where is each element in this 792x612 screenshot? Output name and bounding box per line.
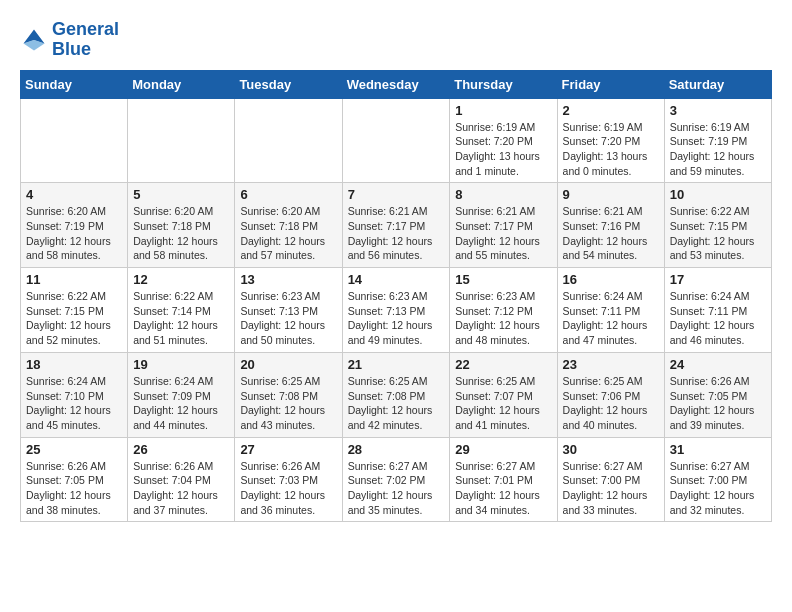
day-info: Sunrise: 6:27 AMSunset: 7:00 PMDaylight:… bbox=[670, 459, 766, 518]
calendar-cell bbox=[235, 98, 342, 183]
weekday-header-saturday: Saturday bbox=[664, 70, 771, 98]
day-number: 28 bbox=[348, 442, 445, 457]
day-info: Sunrise: 6:25 AMSunset: 7:07 PMDaylight:… bbox=[455, 374, 551, 433]
day-number: 13 bbox=[240, 272, 336, 287]
day-info: Sunrise: 6:27 AMSunset: 7:01 PMDaylight:… bbox=[455, 459, 551, 518]
day-number: 20 bbox=[240, 357, 336, 372]
day-number: 14 bbox=[348, 272, 445, 287]
calendar-cell: 8Sunrise: 6:21 AMSunset: 7:17 PMDaylight… bbox=[450, 183, 557, 268]
page-header: General Blue bbox=[20, 20, 772, 60]
day-number: 16 bbox=[563, 272, 659, 287]
calendar-cell: 6Sunrise: 6:20 AMSunset: 7:18 PMDaylight… bbox=[235, 183, 342, 268]
calendar-cell: 31Sunrise: 6:27 AMSunset: 7:00 PMDayligh… bbox=[664, 437, 771, 522]
logo: General Blue bbox=[20, 20, 119, 60]
day-number: 23 bbox=[563, 357, 659, 372]
calendar-cell bbox=[342, 98, 450, 183]
day-info: Sunrise: 6:25 AMSunset: 7:08 PMDaylight:… bbox=[348, 374, 445, 433]
calendar-cell: 21Sunrise: 6:25 AMSunset: 7:08 PMDayligh… bbox=[342, 352, 450, 437]
calendar-cell: 20Sunrise: 6:25 AMSunset: 7:08 PMDayligh… bbox=[235, 352, 342, 437]
day-info: Sunrise: 6:20 AMSunset: 7:18 PMDaylight:… bbox=[240, 204, 336, 263]
calendar-cell: 18Sunrise: 6:24 AMSunset: 7:10 PMDayligh… bbox=[21, 352, 128, 437]
calendar-cell: 27Sunrise: 6:26 AMSunset: 7:03 PMDayligh… bbox=[235, 437, 342, 522]
day-info: Sunrise: 6:26 AMSunset: 7:05 PMDaylight:… bbox=[670, 374, 766, 433]
day-info: Sunrise: 6:24 AMSunset: 7:09 PMDaylight:… bbox=[133, 374, 229, 433]
day-info: Sunrise: 6:20 AMSunset: 7:19 PMDaylight:… bbox=[26, 204, 122, 263]
day-info: Sunrise: 6:26 AMSunset: 7:04 PMDaylight:… bbox=[133, 459, 229, 518]
calendar-cell: 26Sunrise: 6:26 AMSunset: 7:04 PMDayligh… bbox=[128, 437, 235, 522]
day-number: 30 bbox=[563, 442, 659, 457]
calendar-cell: 3Sunrise: 6:19 AMSunset: 7:19 PMDaylight… bbox=[664, 98, 771, 183]
day-info: Sunrise: 6:20 AMSunset: 7:18 PMDaylight:… bbox=[133, 204, 229, 263]
day-info: Sunrise: 6:24 AMSunset: 7:11 PMDaylight:… bbox=[670, 289, 766, 348]
day-number: 2 bbox=[563, 103, 659, 118]
weekday-header-thursday: Thursday bbox=[450, 70, 557, 98]
calendar-cell: 17Sunrise: 6:24 AMSunset: 7:11 PMDayligh… bbox=[664, 268, 771, 353]
day-info: Sunrise: 6:22 AMSunset: 7:15 PMDaylight:… bbox=[26, 289, 122, 348]
day-info: Sunrise: 6:21 AMSunset: 7:16 PMDaylight:… bbox=[563, 204, 659, 263]
calendar-cell: 24Sunrise: 6:26 AMSunset: 7:05 PMDayligh… bbox=[664, 352, 771, 437]
day-info: Sunrise: 6:22 AMSunset: 7:15 PMDaylight:… bbox=[670, 204, 766, 263]
day-info: Sunrise: 6:26 AMSunset: 7:03 PMDaylight:… bbox=[240, 459, 336, 518]
day-number: 25 bbox=[26, 442, 122, 457]
day-number: 24 bbox=[670, 357, 766, 372]
calendar-cell: 4Sunrise: 6:20 AMSunset: 7:19 PMDaylight… bbox=[21, 183, 128, 268]
day-number: 12 bbox=[133, 272, 229, 287]
weekday-header-sunday: Sunday bbox=[21, 70, 128, 98]
day-number: 18 bbox=[26, 357, 122, 372]
day-info: Sunrise: 6:19 AMSunset: 7:20 PMDaylight:… bbox=[455, 120, 551, 179]
calendar-cell: 11Sunrise: 6:22 AMSunset: 7:15 PMDayligh… bbox=[21, 268, 128, 353]
calendar-cell: 16Sunrise: 6:24 AMSunset: 7:11 PMDayligh… bbox=[557, 268, 664, 353]
calendar-cell: 12Sunrise: 6:22 AMSunset: 7:14 PMDayligh… bbox=[128, 268, 235, 353]
calendar-cell: 13Sunrise: 6:23 AMSunset: 7:13 PMDayligh… bbox=[235, 268, 342, 353]
calendar-cell: 28Sunrise: 6:27 AMSunset: 7:02 PMDayligh… bbox=[342, 437, 450, 522]
day-info: Sunrise: 6:19 AMSunset: 7:20 PMDaylight:… bbox=[563, 120, 659, 179]
calendar-cell: 10Sunrise: 6:22 AMSunset: 7:15 PMDayligh… bbox=[664, 183, 771, 268]
weekday-header-tuesday: Tuesday bbox=[235, 70, 342, 98]
day-info: Sunrise: 6:23 AMSunset: 7:13 PMDaylight:… bbox=[240, 289, 336, 348]
calendar-cell: 2Sunrise: 6:19 AMSunset: 7:20 PMDaylight… bbox=[557, 98, 664, 183]
day-info: Sunrise: 6:21 AMSunset: 7:17 PMDaylight:… bbox=[455, 204, 551, 263]
day-info: Sunrise: 6:25 AMSunset: 7:08 PMDaylight:… bbox=[240, 374, 336, 433]
day-info: Sunrise: 6:27 AMSunset: 7:00 PMDaylight:… bbox=[563, 459, 659, 518]
day-number: 17 bbox=[670, 272, 766, 287]
day-number: 22 bbox=[455, 357, 551, 372]
day-number: 19 bbox=[133, 357, 229, 372]
calendar-cell: 9Sunrise: 6:21 AMSunset: 7:16 PMDaylight… bbox=[557, 183, 664, 268]
day-number: 26 bbox=[133, 442, 229, 457]
day-number: 10 bbox=[670, 187, 766, 202]
day-number: 1 bbox=[455, 103, 551, 118]
calendar-cell: 1Sunrise: 6:19 AMSunset: 7:20 PMDaylight… bbox=[450, 98, 557, 183]
calendar-cell: 22Sunrise: 6:25 AMSunset: 7:07 PMDayligh… bbox=[450, 352, 557, 437]
day-number: 9 bbox=[563, 187, 659, 202]
calendar-table: SundayMondayTuesdayWednesdayThursdayFrid… bbox=[20, 70, 772, 523]
logo-text: General Blue bbox=[52, 20, 119, 60]
day-number: 8 bbox=[455, 187, 551, 202]
weekday-header-friday: Friday bbox=[557, 70, 664, 98]
day-info: Sunrise: 6:23 AMSunset: 7:12 PMDaylight:… bbox=[455, 289, 551, 348]
day-number: 3 bbox=[670, 103, 766, 118]
day-info: Sunrise: 6:23 AMSunset: 7:13 PMDaylight:… bbox=[348, 289, 445, 348]
calendar-cell: 30Sunrise: 6:27 AMSunset: 7:00 PMDayligh… bbox=[557, 437, 664, 522]
calendar-cell: 19Sunrise: 6:24 AMSunset: 7:09 PMDayligh… bbox=[128, 352, 235, 437]
day-info: Sunrise: 6:27 AMSunset: 7:02 PMDaylight:… bbox=[348, 459, 445, 518]
day-number: 7 bbox=[348, 187, 445, 202]
day-info: Sunrise: 6:21 AMSunset: 7:17 PMDaylight:… bbox=[348, 204, 445, 263]
weekday-header-monday: Monday bbox=[128, 70, 235, 98]
day-number: 6 bbox=[240, 187, 336, 202]
day-info: Sunrise: 6:25 AMSunset: 7:06 PMDaylight:… bbox=[563, 374, 659, 433]
day-info: Sunrise: 6:26 AMSunset: 7:05 PMDaylight:… bbox=[26, 459, 122, 518]
calendar-cell bbox=[21, 98, 128, 183]
calendar-cell bbox=[128, 98, 235, 183]
logo-icon bbox=[20, 26, 48, 54]
day-number: 21 bbox=[348, 357, 445, 372]
calendar-cell: 5Sunrise: 6:20 AMSunset: 7:18 PMDaylight… bbox=[128, 183, 235, 268]
calendar-cell: 14Sunrise: 6:23 AMSunset: 7:13 PMDayligh… bbox=[342, 268, 450, 353]
day-number: 29 bbox=[455, 442, 551, 457]
day-number: 11 bbox=[26, 272, 122, 287]
calendar-cell: 23Sunrise: 6:25 AMSunset: 7:06 PMDayligh… bbox=[557, 352, 664, 437]
day-number: 5 bbox=[133, 187, 229, 202]
calendar-cell: 25Sunrise: 6:26 AMSunset: 7:05 PMDayligh… bbox=[21, 437, 128, 522]
day-number: 31 bbox=[670, 442, 766, 457]
day-info: Sunrise: 6:24 AMSunset: 7:10 PMDaylight:… bbox=[26, 374, 122, 433]
calendar-cell: 29Sunrise: 6:27 AMSunset: 7:01 PMDayligh… bbox=[450, 437, 557, 522]
